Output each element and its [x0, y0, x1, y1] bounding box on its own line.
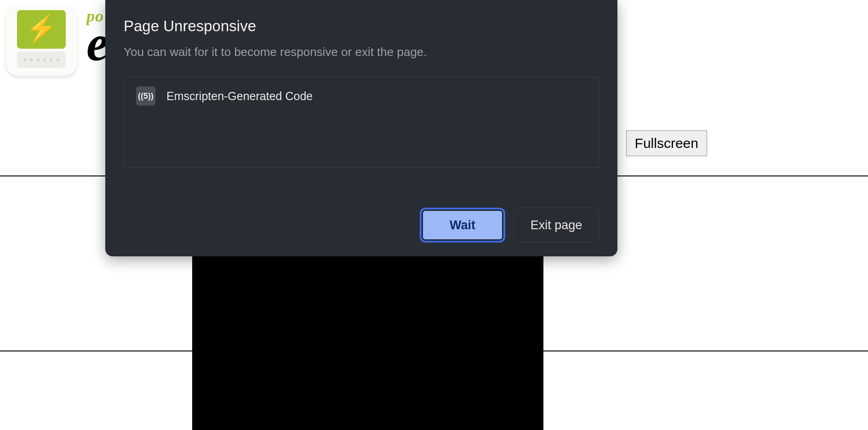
unresponsive-pages-list: ((5)) Emscripten-Generated Code [124, 77, 599, 168]
dot-icon [30, 58, 33, 61]
emscripten-logo: ⚡ [6, 5, 77, 76]
dot-icon [43, 58, 46, 61]
fullscreen-button[interactable]: Fullscreen [626, 130, 707, 156]
unresponsive-dialog: Page Unresponsive You can wait for it to… [105, 0, 617, 256]
dialog-title: Page Unresponsive [124, 17, 599, 35]
dot-icon [37, 58, 40, 61]
exit-page-button[interactable]: Exit page [514, 208, 599, 243]
dot-icon [57, 58, 59, 61]
divider [0, 351, 868, 351]
dialog-subtitle: You can wait for it to become responsive… [124, 45, 599, 59]
logo-bottom [17, 51, 66, 68]
wait-button[interactable]: Wait [420, 208, 505, 243]
page-name-label: Emscripten-Generated Code [166, 90, 313, 103]
list-item: ((5)) Emscripten-Generated Code [136, 86, 587, 106]
dot-icon [23, 58, 26, 61]
lightning-icon: ⚡ [25, 16, 57, 41]
page-favicon-icon: ((5)) [136, 86, 155, 106]
dot-icon [50, 58, 52, 61]
dialog-actions: Wait Exit page [124, 194, 599, 243]
page-background: ⚡ po el Fullscreen Page Unresponsive You… [0, 0, 868, 430]
logo-top: ⚡ [17, 10, 66, 49]
